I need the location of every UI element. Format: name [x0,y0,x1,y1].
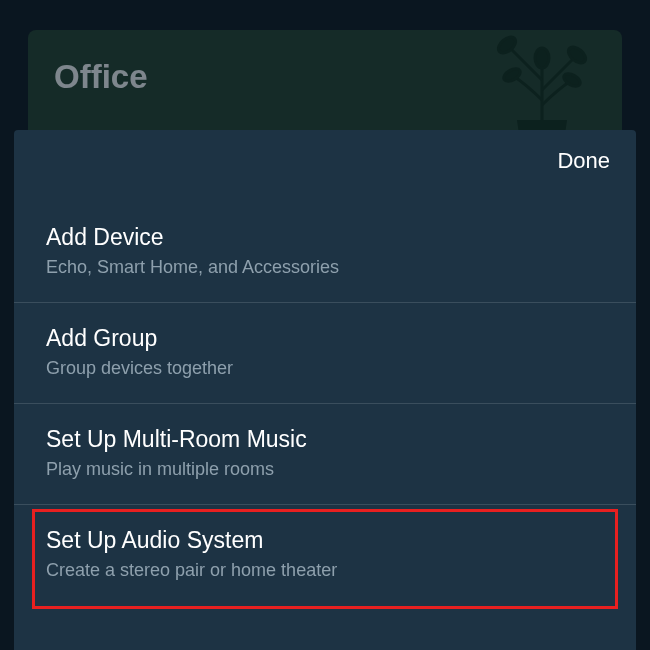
menu-item-multiroom-music[interactable]: Set Up Multi-Room Music Play music in mu… [14,404,636,505]
menu-item-audio-system[interactable]: Set Up Audio System Create a stereo pair… [14,505,636,605]
menu-item-subtitle: Play music in multiple rooms [46,459,604,480]
svg-point-4 [535,48,549,68]
menu-item-add-device[interactable]: Add Device Echo, Smart Home, and Accesso… [14,202,636,303]
menu-item-subtitle: Echo, Smart Home, and Accessories [46,257,604,278]
highlight-annotation [32,509,618,609]
menu-item-title: Set Up Multi-Room Music [46,426,604,453]
menu-item-title: Set Up Audio System [46,527,604,554]
menu-list: Add Device Echo, Smart Home, and Accesso… [14,202,636,605]
menu-item-title: Add Device [46,224,604,251]
done-button[interactable]: Done [557,148,610,174]
menu-item-subtitle: Group devices together [46,358,604,379]
menu-item-title: Add Group [46,325,604,352]
menu-item-add-group[interactable]: Add Group Group devices together [14,303,636,404]
menu-item-subtitle: Create a stereo pair or home theater [46,560,604,581]
action-sheet: Done Add Device Echo, Smart Home, and Ac… [14,130,636,650]
